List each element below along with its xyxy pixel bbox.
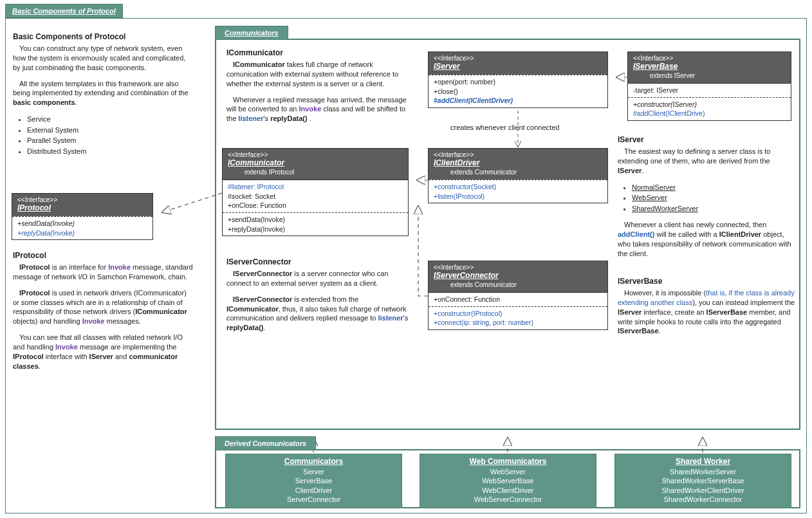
iserver-desc: IServer The easiest way to defining a se… (618, 135, 798, 264)
icommunicator-desc: ICommunicator ICommunicator takes full c… (226, 48, 413, 130)
communicators-tab: Communicators (215, 26, 288, 40)
uml-iclientdriver: <<Interface>> IClientDriver extends Comm… (428, 148, 608, 203)
creates-label: creates whenever client connected (450, 124, 559, 131)
iprotocol-desc: IProtocol IProtocol is an interface for … (13, 251, 194, 377)
iserverconnector-desc: IServerConnector IServerConnector is a s… (226, 257, 413, 339)
uml-icommunicator: <<Interface>> ICommunicator extends IPro… (222, 148, 409, 236)
left-p2: All the system templates in this framewo… (13, 79, 193, 108)
left-p1: You can construct any type of network sy… (13, 44, 193, 73)
left-title: Basic Components of Protocol (13, 32, 193, 41)
iserverbase-desc: IServerBase However, it is impossible (t… (618, 277, 798, 342)
page-title-tab: Basic Components of Protocol (5, 4, 123, 18)
uml-iserverbase: <<Interface>> IServerBase extends IServe… (627, 51, 791, 121)
derived-shared-worker: Shared Worker SharedWorkerServer SharedW… (614, 454, 791, 508)
derived-web-communicators: Web Communicators WebServer WebServerBas… (420, 454, 596, 508)
derived-communicators: Communicators Server ServerBase ClientDr… (225, 454, 402, 508)
left-panel: Basic Components of Protocol You can con… (13, 32, 193, 163)
uml-iserverconnector: <<Interface>> IServerConnector extends C… (428, 261, 608, 330)
uml-iprotocol: <<Interface>> IProtocol +sendData(Invoke… (12, 193, 153, 240)
derived-tab: Derived Communicators (215, 436, 316, 450)
uml-iserver: <<Interface>> IServer +open(port: number… (428, 51, 608, 108)
left-bullets: Service External System Parallel System … (27, 114, 193, 156)
